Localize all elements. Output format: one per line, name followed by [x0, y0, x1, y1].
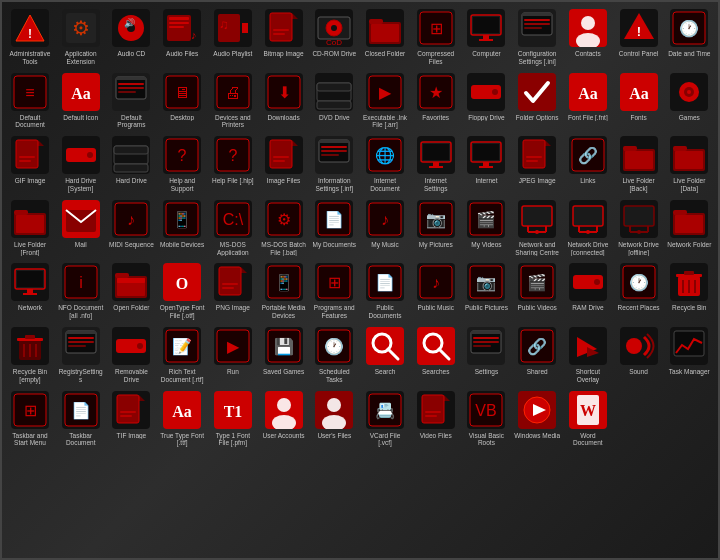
- icon-item-audio-files[interactable]: ♪Audio Files: [158, 6, 206, 68]
- icon-item-network-drive-offline[interactable]: Network Drive [offline]: [615, 197, 663, 259]
- icon-item-word-document[interactable]: WWord Document: [564, 388, 612, 450]
- icon-item-configuration-settings[interactable]: Configuration Settings [.ini]: [513, 6, 561, 68]
- icon-item-my-documents[interactable]: 📄 My Documents: [310, 197, 358, 259]
- icon-item-hard-drive-system[interactable]: Hard Drive [System]: [57, 133, 105, 195]
- icon-item-removable-drive[interactable]: Removable Drive: [107, 324, 155, 386]
- icon-item-computer[interactable]: Computer: [462, 6, 510, 68]
- icon-item-internet-document[interactable]: 🌐 Internet Document: [361, 133, 409, 195]
- icon-item-dvd-drive[interactable]: DVD Drive: [310, 70, 358, 132]
- icon-item-network-sharing[interactable]: Network and Sharing Centre: [513, 197, 561, 259]
- icon-item-downloads[interactable]: ⬇ Downloads: [260, 70, 308, 132]
- icon-item-visual-basic-roots[interactable]: VB Visual Basic Roots: [462, 388, 510, 450]
- icon-item-compressed-files[interactable]: ⊞ Compressed Files: [412, 6, 460, 68]
- icon-item-application-extension[interactable]: ⚙Application Extension: [57, 6, 105, 68]
- icon-item-truetype-font[interactable]: AaTrue Type Font [.ttf]: [158, 388, 206, 450]
- icon-item-my-videos[interactable]: 🎬 My Videos: [462, 197, 510, 259]
- icon-box-desktop: 🖥: [162, 72, 202, 112]
- icon-item-gif-image[interactable]: GIF Image: [6, 133, 54, 195]
- icon-item-cdrom-drive[interactable]: CoDCD-ROM Drive: [310, 6, 358, 68]
- icon-item-run[interactable]: ▶ Run: [209, 324, 257, 386]
- icon-item-live-folder-data[interactable]: Live Folder [Data]: [665, 133, 713, 195]
- icon-item-default-icon[interactable]: AaDefault Icon: [57, 70, 105, 132]
- icon-item-image-files[interactable]: Image Files: [260, 133, 308, 195]
- icon-item-public-videos[interactable]: 🎬 Public Videos: [513, 260, 561, 322]
- icon-item-taskbar-document[interactable]: 📄 Taskbar Document: [57, 388, 105, 450]
- icon-item-portable-media[interactable]: 📱 Portable Media Devices: [260, 260, 308, 322]
- icon-grid: !Administrative Tools⚙Application Extens…: [6, 6, 714, 449]
- icon-item-windows-media[interactable]: Windows Media: [513, 388, 561, 450]
- icon-item-closed-folder[interactable]: Closed Folder: [361, 6, 409, 68]
- icon-item-midi-sequence[interactable]: ♪ MIDI Sequence: [107, 197, 155, 259]
- icon-item-msdos-app[interactable]: C:\ MS-DOS Application: [209, 197, 257, 259]
- icon-item-type1-font[interactable]: T1Type 1 Font File [.pfm]: [209, 388, 257, 450]
- icon-item-saved-games[interactable]: 💾 Saved Games: [260, 324, 308, 386]
- icon-item-bitmap-image[interactable]: Bitmap Image: [260, 6, 308, 68]
- icon-item-audio-cd[interactable]: 🔊Audio CD: [107, 6, 155, 68]
- icon-item-shortcut-overlay[interactable]: Shortcut Overlay: [564, 324, 612, 386]
- icon-item-fonts[interactable]: AaFonts: [615, 70, 663, 132]
- icon-item-contacts[interactable]: Contacts: [564, 6, 612, 68]
- icon-item-mail[interactable]: Mail: [57, 197, 105, 259]
- icon-item-my-pictures[interactable]: 📷 My Pictures: [412, 197, 460, 259]
- icon-item-floppy-drive[interactable]: Floppy Drive: [462, 70, 510, 132]
- icon-item-opentype-font[interactable]: OOpenType Font File [.otf]: [158, 260, 206, 322]
- svg-rect-111: [114, 146, 148, 154]
- icon-item-scheduled-tasks[interactable]: 🕐 Scheduled Tasks: [310, 324, 358, 386]
- icon-item-internet[interactable]: Internet: [462, 133, 510, 195]
- icon-item-recent-places[interactable]: 🕐 Recent Places: [615, 260, 663, 322]
- icon-item-desktop[interactable]: 🖥 Desktop: [158, 70, 206, 132]
- icon-item-executable[interactable]: ▶ Executable .lnk File [.arr]: [361, 70, 409, 132]
- icon-item-audio-playlist[interactable]: ♫Audio Playlist: [209, 6, 257, 68]
- icon-item-font-file[interactable]: AaFont File [.fnt]: [564, 70, 612, 132]
- icon-item-open-folder[interactable]: Open Folder: [107, 260, 155, 322]
- icon-item-help-support[interactable]: ? Help and Support: [158, 133, 206, 195]
- icon-item-devices-printers[interactable]: 🖨 Devices and Printers: [209, 70, 257, 132]
- icon-item-network-drive-connected[interactable]: Network Drive [connected]: [564, 197, 612, 259]
- icon-item-live-folder-back[interactable]: Live Folder [Back]: [615, 133, 663, 195]
- icon-item-msdos-batch[interactable]: ⚙ MS-DOS Batch File [.bat]: [260, 197, 308, 259]
- icon-item-taskbar-start[interactable]: ⊞ Taskbar and Start Menu: [6, 388, 54, 450]
- icon-item-recycle-bin-empty[interactable]: Recycle Bin [empty]: [6, 324, 54, 386]
- icon-item-task-manager[interactable]: Task Manager: [665, 324, 713, 386]
- icon-item-public-pictures[interactable]: 📷 Public Pictures: [462, 260, 510, 322]
- icon-item-settings[interactable]: Settings: [462, 324, 510, 386]
- icon-item-vcard-file[interactable]: 📇 VCard File [.vcf]: [361, 388, 409, 450]
- icon-item-internet-settings[interactable]: Internet Settings: [412, 133, 460, 195]
- icon-item-rich-text-document[interactable]: 📝 Rich Text Document [.rtf]: [158, 324, 206, 386]
- icon-item-folder-options[interactable]: Folder Options: [513, 70, 561, 132]
- icon-item-jpeg-image[interactable]: JPEG Image: [513, 133, 561, 195]
- icon-item-default-programs[interactable]: Default Programs: [107, 70, 155, 132]
- icon-item-recycle-bin[interactable]: Recycle Bin: [665, 260, 713, 322]
- icon-item-user-files[interactable]: User's Files: [310, 388, 358, 450]
- icon-item-video-files[interactable]: Video Files: [412, 388, 460, 450]
- icon-item-links[interactable]: 🔗 Links: [564, 133, 612, 195]
- icon-item-nfo-document[interactable]: i NFO Document [all .nfo]: [57, 260, 105, 322]
- icon-item-network-folder[interactable]: Network Folder: [665, 197, 713, 259]
- icon-label-default-icon: Default Icon: [58, 114, 104, 122]
- icon-item-games[interactable]: Games: [665, 70, 713, 132]
- icon-item-shared[interactable]: 🔗 Shared: [513, 324, 561, 386]
- icon-item-sound[interactable]: Sound: [615, 324, 663, 386]
- icon-item-png-image[interactable]: PNG Image: [209, 260, 257, 322]
- icon-item-favorites[interactable]: ★ Favorites: [412, 70, 460, 132]
- icon-item-mobile-devices[interactable]: 📱 Mobile Devices: [158, 197, 206, 259]
- icon-item-network[interactable]: Network: [6, 260, 54, 322]
- icon-item-tif-image[interactable]: TIF Image: [107, 388, 155, 450]
- icon-item-programs-features[interactable]: ⊞ Programs and Features: [310, 260, 358, 322]
- icon-item-registry-settings[interactable]: RegistrySettings: [57, 324, 105, 386]
- icon-item-searches[interactable]: Searches: [412, 324, 460, 386]
- icon-item-control-panel[interactable]: !Control Panel: [615, 6, 663, 68]
- icon-item-search[interactable]: Search: [361, 324, 409, 386]
- icon-item-date-time[interactable]: 🕐 Date and Time: [665, 6, 713, 68]
- icon-item-user-accounts[interactable]: User Accounts: [260, 388, 308, 450]
- icon-item-public-music[interactable]: ♪ Public Music: [412, 260, 460, 322]
- icon-item-information-settings[interactable]: Information Settings [.inf]: [310, 133, 358, 195]
- icon-item-public-documents[interactable]: 📄 Public Documents: [361, 260, 409, 322]
- icon-item-hard-drive[interactable]: Hard Drive: [107, 133, 155, 195]
- icon-item-help-file[interactable]: ? Help File [.hlp]: [209, 133, 257, 195]
- icon-item-live-folder-front[interactable]: Live Folder [Front]: [6, 197, 54, 259]
- icon-item-administrative-tools[interactable]: !Administrative Tools: [6, 6, 54, 68]
- icon-item-my-music[interactable]: ♪ My Music: [361, 197, 409, 259]
- icon-item-default-document[interactable]: ≡ Default Document: [6, 70, 54, 132]
- icon-item-ram-drive[interactable]: RAM Drive: [564, 260, 612, 322]
